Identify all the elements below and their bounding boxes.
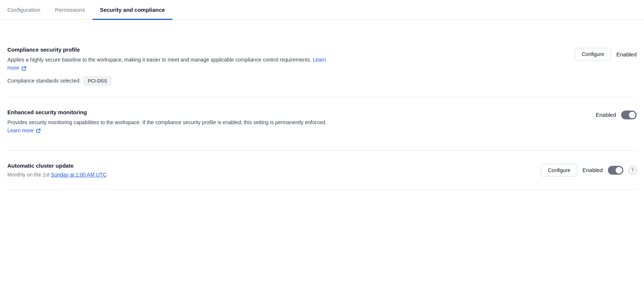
main-content: Compliance security profile Applies a hi…: [0, 20, 644, 197]
compliance-security-profile-section: Compliance security profile Applies a hi…: [7, 35, 637, 97]
section-left-3: Automatic cluster update Monthly on the …: [7, 163, 339, 178]
enhanced-status-label: Enabled: [596, 112, 616, 118]
compliance-status-label: Enabled: [616, 51, 637, 57]
external-link-icon: [22, 66, 26, 71]
compliance-standards-label: Compliance standards selected:: [7, 78, 81, 84]
schedule-link[interactable]: Sunday at 1:00 AM UTC: [51, 172, 106, 178]
external-link-icon-2: [36, 129, 41, 133]
tab-bar: Configuration Permissions Security and c…: [0, 0, 644, 20]
tab-configuration[interactable]: Configuration: [7, 0, 48, 20]
enhanced-learn-more-link[interactable]: Learn more: [7, 127, 41, 133]
tab-security[interactable]: Security and compliance: [92, 0, 172, 20]
enhanced-security-toggle[interactable]: [621, 111, 637, 119]
pci-dss-badge: PCI-DSS: [84, 77, 111, 85]
enhanced-security-monitoring-desc: Provides security monitoring capabilitie…: [7, 118, 339, 135]
compliance-section-right: Configure Enabled: [560, 46, 637, 60]
automatic-cluster-update-schedule: Monthly on the 1st Sunday at 1:00 AM UTC: [7, 172, 339, 178]
cluster-update-toggle[interactable]: [608, 166, 623, 175]
tab-permissions[interactable]: Permissions: [48, 0, 92, 20]
cluster-section-right: Configure Enabled ?: [526, 163, 637, 177]
compliance-standards-row: Compliance standards selected: PCI-DSS: [7, 77, 339, 85]
cluster-update-toggle-slider: [608, 166, 623, 175]
help-icon[interactable]: ?: [629, 166, 637, 174]
compliance-security-profile-title: Compliance security profile: [7, 46, 339, 53]
compliance-security-profile-desc: Applies a highly secure baseline to the …: [7, 56, 339, 72]
enhanced-security-toggle-slider: [621, 111, 637, 119]
cluster-configure-button[interactable]: Configure: [541, 164, 577, 177]
automatic-cluster-update-title: Automatic cluster update: [7, 163, 339, 169]
section-left-2: Enhanced security monitoring Provides se…: [7, 109, 339, 139]
cluster-status-label: Enabled: [582, 167, 603, 173]
enhanced-security-monitoring-title: Enhanced security monitoring: [7, 109, 339, 115]
compliance-configure-button[interactable]: Configure: [575, 48, 611, 60]
automatic-cluster-update-section: Automatic cluster update Monthly on the …: [7, 151, 637, 190]
section-left: Compliance security profile Applies a hi…: [7, 46, 339, 85]
enhanced-security-monitoring-section: Enhanced security monitoring Provides se…: [7, 97, 637, 151]
enhanced-section-right: Enabled: [581, 109, 637, 119]
